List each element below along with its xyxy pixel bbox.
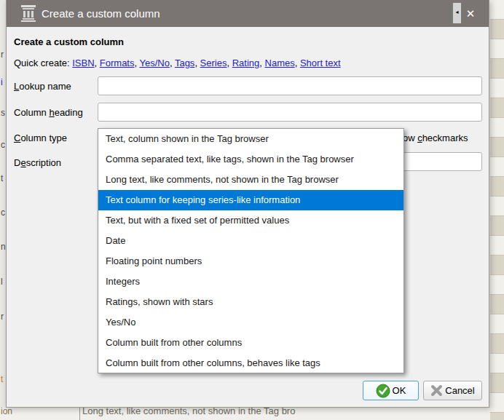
link-separator: , [227, 58, 232, 68]
label-text: eading [55, 107, 83, 118]
label-mnemonic: h [49, 107, 54, 118]
label-text: heckmarks [422, 132, 468, 143]
quick-create-link-series[interactable]: Series [200, 58, 227, 68]
background-book-list-strip [490, 0, 504, 420]
dialog-heading: Create a custom column [14, 36, 124, 47]
quick-create-link-short-text[interactable]: Short text [300, 58, 341, 68]
label-mnemonic: C [14, 132, 20, 143]
quick-create-link-formats[interactable]: Formats [100, 58, 135, 68]
dropdown-item[interactable]: Long text, like comments, not shown in t… [98, 170, 403, 190]
quick-create-link-rating[interactable]: Rating [232, 58, 260, 68]
label-text: olumn type [20, 132, 67, 143]
column-type-dropdown-list: Text, column shown in the Tag browser Co… [98, 128, 404, 373]
dropdown-item[interactable]: Column built from other columns [98, 333, 403, 353]
dropdown-item-selected[interactable]: Text column for keeping series-like info… [98, 190, 403, 210]
window-title: Create a custom column [42, 0, 160, 27]
bg-dropdown-row-text: Long text, like comments, not shown in t… [82, 408, 295, 416]
bg-text-fragment: c [1, 207, 5, 218]
dropdown-item[interactable]: Ratings, shown with stars [98, 292, 403, 312]
label-text: D [14, 157, 20, 168]
bg-popup-border-fragment [79, 408, 80, 420]
label-text: ookup name [19, 81, 71, 92]
cancel-x-icon [430, 384, 443, 397]
lookup-name-label: Lookup name [14, 81, 71, 92]
link-separator: , [170, 58, 175, 68]
bg-text-fragment: t [1, 374, 3, 384]
cancel-button[interactable]: Cancel [423, 381, 482, 400]
column-heading-input[interactable] [98, 103, 482, 122]
dropdown-item[interactable]: Date [98, 231, 403, 251]
background-window-bottom-strip: ion Long text, like comments, not shown … [0, 408, 490, 420]
label-text: scription [26, 157, 61, 168]
dropdown-item[interactable]: Yes/No [98, 312, 403, 333]
quick-create-link-isbn[interactable]: ISBN [72, 58, 94, 68]
titlebar[interactable]: Create a custom column ◂ ✕ [7, 0, 489, 27]
bg-text-fragment: r [1, 49, 4, 60]
ok-check-icon [376, 384, 390, 398]
bg-text-fragment: r [1, 312, 4, 322]
label-text: Column [14, 107, 49, 118]
lookup-name-input[interactable] [98, 76, 482, 95]
description-label: Description [14, 157, 61, 168]
close-icon[interactable]: ✕ [458, 0, 483, 27]
bg-text-fragment: c [1, 140, 5, 150]
dropdown-item[interactable]: Integers [98, 272, 403, 292]
link-separator: , [259, 58, 264, 68]
bg-text-fragment: t [1, 173, 3, 183]
create-custom-column-dialog: Create a custom column ◂ ✕ Create a cust… [6, 0, 489, 408]
dropdown-item[interactable]: Text, but with a fixed set of permitted … [98, 210, 403, 231]
background-window-left-sliver: r i s c t c n l r t [0, 0, 6, 420]
dropdown-item[interactable]: Floating point numbers [98, 251, 403, 272]
bg-text-fragment: n [1, 242, 6, 252]
dropdown-item[interactable]: Text, column shown in the Tag browser [98, 129, 403, 149]
ok-button[interactable]: OK [363, 381, 419, 400]
quick-create-link-yesno[interactable]: Yes/No [139, 58, 169, 68]
dropdown-item[interactable]: Column built from other columns, behaves… [98, 353, 403, 373]
column-type-label: Column type [14, 132, 67, 143]
screenshot-stage: r i s c t c n l r t ion Long text, like … [0, 0, 504, 420]
quick-create-link-tags[interactable]: Tags [175, 58, 194, 68]
bg-text-fragment: ion [1, 408, 12, 416]
bg-text-fragment: i [1, 77, 3, 87]
column-heading-label: Column heading [14, 107, 83, 118]
quick-create-link-names[interactable]: Names [265, 58, 295, 68]
link-separator: , [295, 58, 300, 68]
quick-create-row: Quick create: ISBN, Formats, Yes/No, Tag… [14, 58, 341, 68]
label-mnemonic: e [20, 157, 25, 168]
bg-text-fragment: s [1, 108, 5, 118]
calibre-column-icon [21, 5, 36, 22]
link-separator: , [194, 58, 200, 68]
link-separator: , [95, 58, 100, 68]
cancel-button-label: Cancel [445, 385, 474, 396]
ok-button-label: OK [393, 385, 406, 396]
dropdown-item[interactable]: Comma separated text, like tags, shown i… [98, 149, 403, 170]
bg-text-fragment: l [1, 277, 3, 287]
quick-create-label: Quick create: [14, 58, 70, 68]
